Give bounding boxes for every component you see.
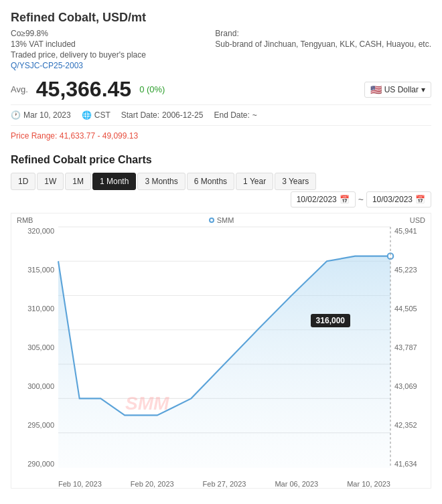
chart-area: RMB SMM USD 320,000 315,000 310,000 305,…: [11, 213, 431, 489]
chart-tooltip: 316,000: [311, 314, 350, 327]
y-right-6: 41,634: [394, 460, 428, 468]
date-row: 🕐 Mar 10, 2023 🌐 CST Start Date: 2006-12…: [11, 104, 431, 126]
y-left-1: 315,000: [14, 266, 54, 274]
range-separator: ~: [358, 194, 364, 205]
brand-value: Sub-brand of Jinchuan, Tengyuan, KLK, CA…: [215, 39, 431, 49]
btn-1m[interactable]: 1M: [65, 173, 91, 190]
btn-3months[interactable]: 3 Months: [137, 173, 185, 190]
y-left-3: 305,000: [14, 343, 54, 351]
start-date-item: Start Date: 2006-12-25: [121, 110, 204, 120]
smm-watermark: SMM: [125, 393, 169, 414]
calendar-to-icon: 📅: [415, 195, 425, 204]
calendar-from-icon: 📅: [340, 195, 350, 204]
start-value: 2006-12-25: [162, 110, 203, 120]
end-label: End Date:: [214, 110, 249, 120]
price-range-value: 41,633.77 - 49,099.13: [60, 131, 138, 141]
date-item: 🕐 Mar 10, 2023: [11, 110, 71, 120]
chart-legend: SMM: [209, 216, 234, 224]
x-label-3: Mar 06, 2023: [275, 480, 318, 488]
btn-1year[interactable]: 1 Year: [236, 173, 273, 190]
y-left-0: 320,000: [14, 227, 54, 235]
flag-icon: 🇺🇸: [370, 84, 382, 95]
vat-info: 13% VAT included: [11, 39, 146, 49]
x-label-1: Feb 20, 2023: [131, 480, 174, 488]
y-right-5: 42,352: [394, 421, 428, 429]
y-right-1: 45,223: [394, 266, 428, 274]
y-left-5: 295,000: [14, 421, 54, 429]
btn-6months[interactable]: 6 Months: [187, 173, 234, 190]
y-axis-left: 320,000 315,000 310,000 305,000 300,000 …: [11, 227, 57, 468]
chart-inner: 316,000 SMM: [58, 227, 390, 468]
tooltip-value: 316,000: [316, 316, 345, 325]
price-range: Price Range: 41,633.77 - 49,099.13: [11, 126, 431, 146]
chart-title: Refined Cobalt price Charts: [11, 154, 431, 166]
legend-label: SMM: [217, 216, 234, 224]
date-value: Mar 10, 2023: [23, 110, 71, 120]
chart-area-fill: [58, 256, 390, 468]
x-label-4: Mar 10, 2023: [347, 480, 390, 488]
currency-selector[interactable]: 🇺🇸 US Dollar ▾: [364, 82, 431, 98]
btn-1month[interactable]: 1 Month: [92, 173, 136, 190]
price-range-label: Price Range:: [11, 131, 57, 141]
chart-svg: [58, 227, 390, 468]
rmb-label: RMB: [17, 216, 33, 224]
y-right-0: 45,941: [394, 227, 428, 235]
brand-label: Brand:: [215, 29, 431, 38]
currency-label: US Dollar: [384, 85, 419, 94]
y-axis-right: 45,941 45,223 44,505 43,787 43,069 42,35…: [392, 227, 431, 468]
x-label-2: Feb 27, 2023: [203, 480, 246, 488]
x-label-0: Feb 10, 2023: [58, 480, 102, 488]
change-badge: 0 (0%): [139, 84, 165, 94]
timezone-item: 🌐 CST: [82, 110, 110, 120]
avg-value: 45,366.45: [36, 77, 131, 102]
chart-header: RMB SMM USD: [11, 214, 431, 227]
date-range-picker: 10/02/2023 📅 ~ 10/03/2023 📅: [291, 191, 431, 207]
left-meta: Co≥99.8% 13% VAT included Traded price, …: [11, 29, 146, 70]
btn-3years[interactable]: 3 Years: [275, 173, 316, 190]
standard-link[interactable]: Q/YSJC-CP25-2003: [11, 61, 146, 70]
chart-wrapper: 320,000 315,000 310,000 305,000 300,000 …: [11, 227, 431, 488]
timezone-value: CST: [94, 110, 110, 120]
end-value: ~: [252, 110, 257, 120]
globe-icon: 🌐: [82, 110, 92, 120]
right-meta: Brand: Sub-brand of Jinchuan, Tengyuan, …: [215, 29, 431, 70]
chart-toolbar: 1D 1W 1M 1 Month 3 Months 6 Months 1 Yea…: [11, 173, 431, 207]
btn-1w[interactable]: 1W: [37, 173, 64, 190]
clock-icon: 🕐: [11, 110, 21, 120]
delivery-info: Traded price, delivery to buyer's place: [11, 50, 146, 60]
avg-section: Avg. 45,366.45 0 (0%) 🇺🇸 US Dollar ▾: [11, 77, 431, 102]
y-right-2: 44,505: [394, 305, 428, 313]
x-axis: Feb 10, 2023 Feb 20, 2023 Feb 27, 2023 M…: [58, 480, 390, 488]
date-to-input[interactable]: 10/03/2023 📅: [366, 191, 431, 207]
y-left-4: 300,000: [14, 382, 54, 390]
start-label: Start Date:: [121, 110, 159, 120]
purity-info: Co≥99.8%: [11, 29, 146, 38]
date-from-value: 10/02/2023: [297, 195, 337, 204]
avg-label: Avg.: [11, 84, 28, 94]
date-from-input[interactable]: 10/02/2023 📅: [291, 191, 356, 207]
page-title: Refined Cobalt, USD/mt: [11, 11, 431, 25]
btn-1d[interactable]: 1D: [11, 173, 35, 190]
date-to-value: 10/03/2023: [372, 195, 413, 204]
legend-dot-icon: [209, 218, 214, 223]
end-date-item: End Date: ~: [214, 110, 256, 120]
y-left-6: 290,000: [14, 460, 54, 468]
meta-section: Co≥99.8% 13% VAT included Traded price, …: [11, 29, 431, 70]
usd-label: USD: [410, 216, 425, 224]
y-right-4: 43,069: [394, 382, 428, 390]
y-right-3: 43,787: [394, 343, 428, 351]
dropdown-icon: ▾: [421, 85, 425, 94]
y-left-2: 310,000: [14, 305, 54, 313]
